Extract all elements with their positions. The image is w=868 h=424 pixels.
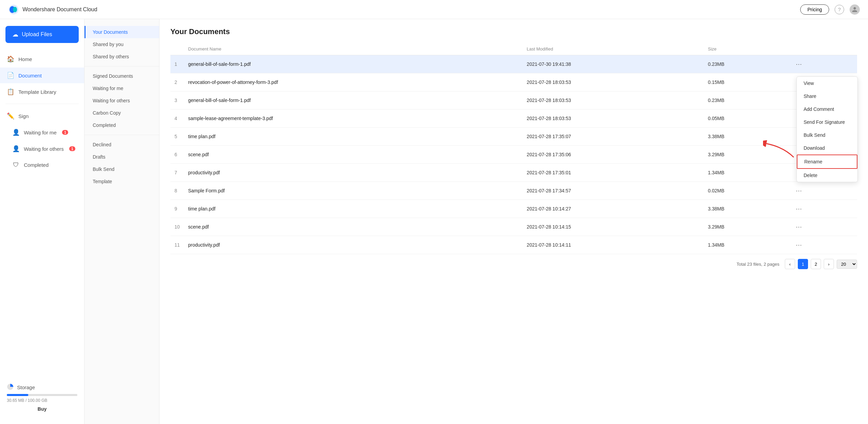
- storage-bar-fill: [7, 394, 28, 396]
- svg-point-2: [13, 7, 17, 12]
- more-options-button[interactable]: ⋯: [793, 60, 805, 69]
- context-menu-item-download[interactable]: Download: [797, 142, 857, 155]
- doc-modified: 2021-07-30 19:41:38: [523, 55, 704, 73]
- sidebar-item-completed[interactable]: 🛡 Completed: [0, 157, 84, 173]
- context-menu-item-bulk-send[interactable]: Bulk Send: [797, 129, 857, 142]
- doc-modified: 2021-07-28 17:35:01: [523, 164, 704, 182]
- doc-name: time plan.pdf: [184, 128, 523, 146]
- nav-document-label: Document: [18, 73, 42, 78]
- table-row: 2 revocation-of-power-of-attorney-form-3…: [170, 73, 857, 91]
- sub-sidebar-item-your-documents[interactable]: Your Documents: [85, 26, 159, 38]
- table-row: 10 scene.pdf 2021-07-28 10:14:15 3.29MB …: [170, 218, 857, 236]
- help-icon[interactable]: ?: [835, 5, 844, 14]
- table-row: 11 productivity.pdf 2021-07-28 10:14:11 …: [170, 236, 857, 254]
- upload-files-button[interactable]: ☁ Upload Files: [5, 26, 79, 43]
- doc-size: 3.29MB: [704, 218, 789, 236]
- sidebar-item-sign[interactable]: ✏️ Sign: [0, 108, 84, 124]
- app-logo: [8, 4, 19, 15]
- doc-size: 3.38MB: [704, 200, 789, 218]
- doc-modified: 2021-07-28 17:34:57: [523, 182, 704, 200]
- col-last-modified: Last Modified: [523, 43, 704, 55]
- user-avatar[interactable]: [850, 4, 860, 15]
- context-menu-item-view[interactable]: View: [797, 77, 857, 90]
- context-menu-item-delete[interactable]: Delete: [797, 169, 857, 182]
- nav-items: 🏠 Home 📄 Document 📋 Template Library: [0, 51, 84, 100]
- storage-label: Storage: [17, 384, 35, 390]
- buy-button[interactable]: Buy: [7, 406, 77, 412]
- sidebar-item-template[interactable]: 📋 Template Library: [0, 84, 84, 100]
- nav-divider-1: [5, 104, 79, 104]
- sub-sidebar-item-waiting-for-others[interactable]: Waiting for others: [85, 94, 159, 107]
- left-sidebar: ☁ Upload Files 🏠 Home 📄 Document 📋 Templ…: [0, 19, 85, 424]
- sub-sidebar-item-shared-by-others[interactable]: Shared by others: [85, 50, 159, 63]
- table-row: 7 productivity.pdf 2021-07-28 17:35:01 1…: [170, 164, 857, 182]
- sub-sidebar-item-signed-documents[interactable]: Signed Documents: [85, 70, 159, 82]
- row-num: 1: [170, 55, 184, 73]
- waiting-me-icon: 👤: [12, 129, 20, 136]
- doc-size: 0.15MB: [704, 73, 789, 91]
- sidebar-item-waiting-for-me[interactable]: 👤 Waiting for me 1: [0, 125, 84, 140]
- more-options-button[interactable]: ⋯: [793, 222, 805, 231]
- more-options-button[interactable]: ⋯: [793, 204, 805, 213]
- upload-icon: ☁: [12, 31, 18, 38]
- table-row: 3 general-bill-of-sale-form-1.pdf 2021-0…: [170, 91, 857, 109]
- context-menu-item-share[interactable]: Share: [797, 90, 857, 103]
- context-menu-item-rename[interactable]: Rename: [797, 155, 857, 169]
- sub-sidebar-item-bulk-send[interactable]: Bulk Send: [85, 163, 159, 175]
- sub-sidebar-item-completed[interactable]: Completed: [85, 119, 159, 131]
- row-num: 8: [170, 182, 184, 200]
- context-menu-item-add-comment[interactable]: Add Comment: [797, 103, 857, 116]
- row-num: 9: [170, 200, 184, 218]
- table-row: 4 sample-lease-agreement-template-3.pdf …: [170, 109, 857, 128]
- doc-modified: 2021-07-28 10:14:15: [523, 218, 704, 236]
- doc-name: productivity.pdf: [184, 164, 523, 182]
- sub-sidebar-item-declined[interactable]: Declined: [85, 138, 159, 151]
- pagination-prev-btn[interactable]: ‹: [785, 259, 795, 269]
- sub-sidebar-item-waiting-for-me[interactable]: Waiting for me: [85, 82, 159, 94]
- sub-sidebar-item-template[interactable]: Template: [85, 175, 159, 188]
- doc-name: general-bill-of-sale-form-1.pdf: [184, 91, 523, 109]
- more-options-button[interactable]: ⋯: [793, 240, 805, 249]
- doc-name: sample-lease-agreement-template-3.pdf: [184, 109, 523, 128]
- context-menu-item-send-for-signature[interactable]: Send For Signature: [797, 116, 857, 129]
- row-num: 10: [170, 218, 184, 236]
- pricing-button[interactable]: Pricing: [800, 4, 829, 15]
- sidebar-item-waiting-for-others[interactable]: 👤 Waiting for others 1: [0, 141, 84, 157]
- pagination-total: Total 23 files, 2 pages: [736, 262, 779, 267]
- pagination-page-2[interactable]: 2: [811, 259, 821, 269]
- sidebar-item-home[interactable]: 🏠 Home: [0, 51, 84, 67]
- doc-modified: 2021-07-28 10:14:27: [523, 200, 704, 218]
- table-row: 9 time plan.pdf 2021-07-28 10:14:27 3.38…: [170, 200, 857, 218]
- context-menu: ViewShareAdd CommentSend For SignatureBu…: [796, 76, 858, 182]
- table-row: 8 Sample Form.pdf 2021-07-28 17:34:57 0.…: [170, 182, 857, 200]
- sidebar-item-document[interactable]: 📄 Document: [0, 68, 84, 83]
- per-page-select[interactable]: 20 50 100: [837, 260, 857, 269]
- home-icon: 🏠: [7, 55, 14, 63]
- doc-name: general-bill-of-sale-form-1.pdf: [184, 55, 523, 73]
- sub-sidebar-item-drafts[interactable]: Drafts: [85, 151, 159, 163]
- completed-icon: 🛡: [12, 161, 20, 169]
- more-options-button[interactable]: ⋯: [793, 186, 805, 195]
- row-num: 2: [170, 73, 184, 91]
- storage-section: Storage 30.65 MB / 100.00 GB Buy: [0, 378, 84, 417]
- doc-name: scene.pdf: [184, 218, 523, 236]
- row-num: 4: [170, 109, 184, 128]
- doc-size: 0.23MB: [704, 91, 789, 109]
- row-num: 5: [170, 128, 184, 146]
- row-actions: ⋯: [789, 200, 857, 218]
- template-icon: 📋: [7, 88, 14, 96]
- document-table: Document Name Last Modified Size 1 gener…: [170, 43, 857, 254]
- sub-sidebar-item-carbon-copy[interactable]: Carbon Copy: [85, 107, 159, 119]
- nav-home-label: Home: [18, 56, 32, 62]
- page-title: Your Documents: [170, 27, 857, 36]
- storage-bar-bg: [7, 394, 77, 396]
- doc-size: 1.34MB: [704, 164, 789, 182]
- pagination-page-1[interactable]: 1: [798, 259, 808, 269]
- row-actions: ⋯: [789, 236, 857, 254]
- row-num: 7: [170, 164, 184, 182]
- pagination-next-btn[interactable]: ›: [824, 259, 834, 269]
- topbar-right: Pricing ?: [800, 4, 860, 15]
- doc-name: scene.pdf: [184, 146, 523, 164]
- main-layout: ☁ Upload Files 🏠 Home 📄 Document 📋 Templ…: [0, 19, 868, 424]
- sub-sidebar-item-shared-by-you[interactable]: Shared by you: [85, 38, 159, 50]
